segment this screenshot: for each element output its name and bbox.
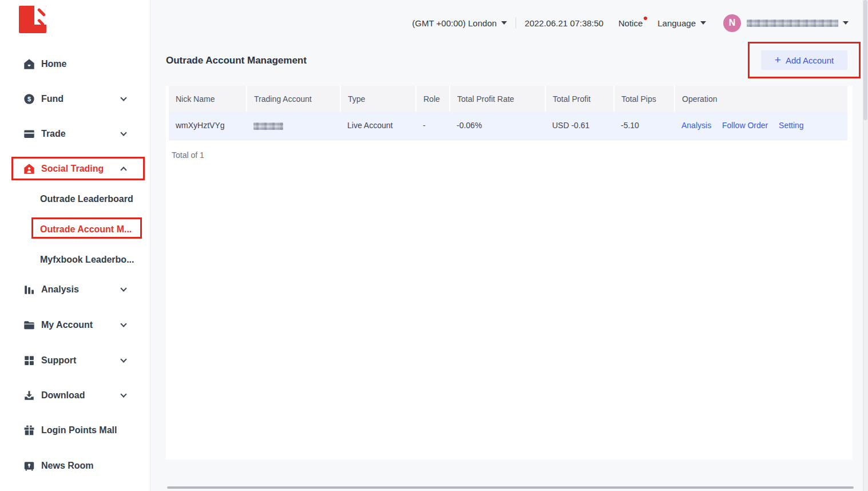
- table-row: wmXyHztVYg Live Account - -0.06% USD -0.…: [169, 112, 847, 140]
- account-table-panel: Nick Name Trading Account Type Role Tota…: [166, 86, 853, 460]
- news-room-icon: [23, 460, 35, 472]
- sidebar-item-outrade-account-management[interactable]: Outrade Account M...: [0, 222, 150, 237]
- plus-icon: +: [775, 54, 781, 65]
- analysis-link[interactable]: Analysis: [681, 121, 711, 130]
- sidebar-item-label: Support: [41, 355, 76, 366]
- sidebar-subitem-label: Outrade Leaderboard: [40, 194, 133, 204]
- support-icon: [23, 354, 35, 367]
- sidebar-item-label: Download: [41, 390, 85, 401]
- sidebar-item-label: News Room: [41, 461, 94, 471]
- sidebar-subitem-label: Myfxbook Leaderbo...: [40, 255, 134, 265]
- col-nick-name: Nick Name: [169, 86, 247, 112]
- sidebar-item-home[interactable]: Home: [0, 54, 150, 74]
- social-trading-icon: [23, 163, 35, 175]
- trading-account-redacted: [253, 122, 283, 130]
- timezone-label: (GMT +00:00) London: [412, 18, 497, 28]
- gift-icon: [23, 424, 35, 437]
- col-type: Type: [340, 86, 416, 112]
- sidebar-item-social-trading[interactable]: Social Trading: [0, 159, 150, 179]
- brand-logo[interactable]: [19, 6, 46, 33]
- chevron-down-icon: [120, 285, 126, 291]
- notice-label: Notice: [619, 18, 643, 28]
- vertical-scrollbar[interactable]: [863, 0, 868, 491]
- language-selector[interactable]: Language: [657, 18, 706, 28]
- user-name-redacted: [747, 19, 838, 27]
- home-icon: [23, 58, 35, 70]
- timezone-selector[interactable]: (GMT +00:00) London: [412, 18, 507, 28]
- col-total-profit: Total Profit: [545, 86, 614, 112]
- cell-role: -: [416, 112, 450, 140]
- sidebar-item-label: Social Trading: [41, 164, 104, 174]
- table-total-count: Total of 1: [172, 151, 204, 160]
- chevron-down-icon: [120, 356, 126, 362]
- add-account-button[interactable]: + Add Account: [761, 50, 847, 70]
- cell-total-profit-rate: -0.06%: [450, 112, 545, 140]
- chevron-down-icon: [120, 94, 126, 101]
- trade-icon: [23, 128, 35, 140]
- col-operation: Operation: [675, 86, 847, 112]
- avatar: N: [723, 14, 741, 32]
- sidebar-item-label: Analysis: [41, 284, 79, 295]
- sidebar-item-analysis[interactable]: Analysis: [0, 280, 150, 299]
- follow-order-link[interactable]: Follow Order: [722, 121, 768, 130]
- svg-text:$: $: [27, 96, 31, 102]
- cell-nick-name: wmXyHztVYg: [169, 112, 247, 140]
- sidebar-item-label: Login Points Mall: [41, 425, 117, 435]
- sidebar-item-fund[interactable]: $ Fund: [0, 89, 150, 109]
- sidebar-item-trade[interactable]: Trade: [0, 124, 150, 144]
- sidebar-item-outrade-leaderboard[interactable]: Outrade Leaderboard: [0, 192, 150, 207]
- sidebar-item-download[interactable]: Download: [0, 386, 150, 405]
- sidebar-item-label: Trade: [41, 129, 66, 139]
- download-icon: [23, 389, 35, 402]
- add-account-label: Add Account: [786, 56, 834, 65]
- caret-down-icon: [843, 21, 849, 25]
- topbar-divider: [516, 17, 516, 29]
- sidebar-item-myfxbook-leaderboard[interactable]: Myfxbook Leaderbo...: [0, 252, 150, 267]
- vertical-scrollbar-thumb[interactable]: [863, 0, 867, 120]
- fund-icon: $: [23, 93, 35, 105]
- sidebar-item-news-room[interactable]: News Room: [0, 456, 150, 476]
- sidebar-item-label: Fund: [41, 94, 64, 104]
- notice-badge: [644, 17, 647, 20]
- table-header-row: Nick Name Trading Account Type Role Tota…: [169, 86, 847, 112]
- col-trading-account: Trading Account: [247, 86, 340, 112]
- analysis-icon: [23, 283, 35, 296]
- sidebar-item-my-account[interactable]: My Account: [0, 315, 150, 335]
- horizontal-scrollbar-thumb[interactable]: [167, 486, 854, 489]
- chevron-down-icon: [120, 391, 126, 397]
- user-menu[interactable]: N: [706, 14, 849, 32]
- col-role: Role: [416, 86, 450, 112]
- page-title: Outrade Account Management: [166, 55, 307, 66]
- my-account-icon: [23, 319, 35, 331]
- chevron-up-icon: [120, 167, 126, 173]
- chevron-down-icon: [120, 320, 126, 327]
- chevron-down-icon: [120, 129, 126, 136]
- sidebar-item-login-points-mall[interactable]: Login Points Mall: [0, 421, 150, 440]
- setting-link[interactable]: Setting: [779, 121, 804, 130]
- sidebar-item-label: Home: [41, 59, 66, 69]
- caret-down-icon: [700, 21, 706, 25]
- cell-type: Live Account: [340, 112, 416, 140]
- cell-total-pips: -5.10: [614, 112, 675, 140]
- notice-button[interactable]: Notice: [619, 18, 643, 28]
- topbar: (GMT +00:00) London 2022.06.21 07:38:50 …: [151, 13, 849, 33]
- accounts-table: Nick Name Trading Account Type Role Tota…: [169, 86, 847, 140]
- sidebar: Home $ Fund Trade Social Trading Outrade…: [0, 0, 150, 491]
- caret-down-icon: [501, 21, 507, 25]
- sidebar-item-label: My Account: [41, 320, 93, 330]
- language-label: Language: [657, 18, 696, 28]
- col-total-profit-rate: Total Profit Rate: [450, 86, 545, 112]
- cell-total-profit: USD -0.61: [545, 112, 614, 140]
- datetime-label: 2022.06.21 07:38:50: [525, 18, 604, 28]
- col-total-pips: Total Pips: [614, 86, 675, 112]
- cell-trading-account: [247, 112, 340, 140]
- sidebar-subitem-label: Outrade Account M...: [40, 224, 132, 235]
- cell-operation: Analysis Follow Order Setting: [675, 112, 847, 140]
- sidebar-item-support[interactable]: Support: [0, 351, 150, 370]
